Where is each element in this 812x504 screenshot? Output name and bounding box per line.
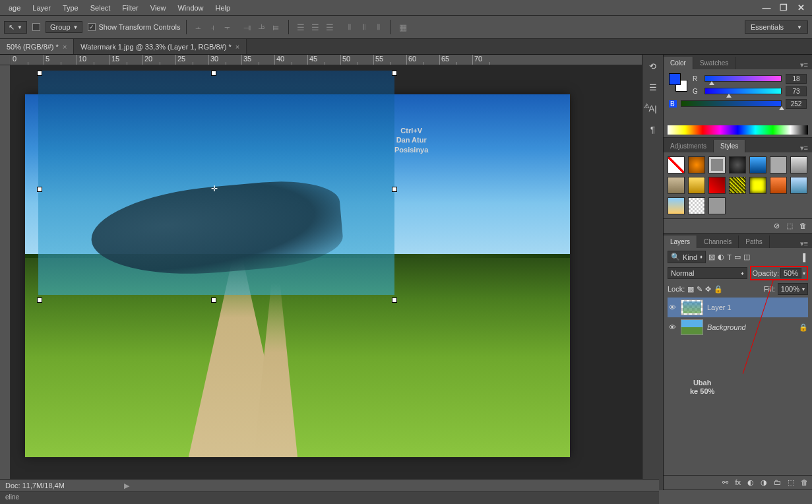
value-b[interactable]: 252	[786, 99, 807, 109]
align-bottom-icon[interactable]: ⫟	[221, 20, 234, 34]
style-swatch[interactable]	[790, 156, 807, 173]
align-left-icon[interactable]: ⫣	[241, 20, 254, 34]
style-swatch[interactable]	[668, 177, 685, 194]
style-swatch[interactable]	[688, 197, 705, 214]
distribute-hcenter-icon[interactable]: ⦀	[358, 20, 371, 34]
fill-value[interactable]: 100%▾	[778, 283, 808, 295]
document-tab[interactable]: 50% (RGB/8#) *×	[0, 39, 74, 54]
style-swatch[interactable]	[688, 177, 705, 194]
canvas-area[interactable]: 0510152025303540455055606570 Ctrl+VDan A…	[0, 55, 642, 490]
menu-select[interactable]: Select	[84, 4, 117, 12]
opacity-value[interactable]: 50%	[780, 268, 801, 278]
align-hcenter-icon[interactable]: ⫡	[255, 20, 268, 34]
slider-r[interactable]	[704, 75, 782, 82]
close-button[interactable]: ✕	[792, 3, 809, 13]
transform-handle-mr[interactable]	[392, 187, 397, 192]
close-tab-icon[interactable]: ×	[63, 43, 67, 51]
filter-toggle-icon[interactable]: ▌	[803, 253, 808, 261]
group-icon[interactable]: 🗀	[774, 478, 781, 487]
style-swatch[interactable]	[749, 156, 766, 173]
chevron-down-icon[interactable]: ▾	[803, 270, 805, 276]
transform-handle-bl[interactable]	[37, 298, 42, 303]
auto-select-target[interactable]: Group▼	[46, 21, 83, 33]
timeline-tab[interactable]: eline	[0, 491, 659, 504]
distribute-vcenter-icon[interactable]: ☰	[309, 20, 322, 34]
align-top-icon[interactable]: ⫠	[192, 20, 205, 34]
value-g[interactable]: 73	[786, 86, 807, 96]
tab-paths[interactable]: Paths	[739, 236, 770, 248]
menu-help[interactable]: Help	[210, 4, 237, 12]
filter-pixel-icon[interactable]: ▧	[708, 253, 715, 261]
panel-menu-icon[interactable]: ▾≡	[796, 144, 812, 152]
tab-channels[interactable]: Channels	[697, 236, 739, 248]
tool-preset[interactable]: ↖▼	[4, 21, 27, 34]
transform-center-icon[interactable]: ✛	[211, 184, 218, 193]
adjustment-layer-icon[interactable]: ◑	[761, 478, 767, 487]
style-swatch[interactable]	[790, 177, 807, 194]
link-layers-icon[interactable]: ⚯	[722, 478, 728, 487]
layer-fx-icon[interactable]: fx	[735, 478, 741, 487]
layer-filter-kind[interactable]: 🔍 Kind ♦	[668, 251, 706, 263]
style-swatch[interactable]	[749, 177, 766, 194]
tab-color[interactable]: Color	[664, 57, 693, 69]
style-swatch[interactable]	[708, 197, 726, 214]
lock-pixels-icon[interactable]: ✎	[697, 285, 703, 294]
style-swatch[interactable]	[708, 177, 726, 194]
new-style-icon[interactable]: ⬚	[786, 222, 793, 230]
layer-item-layer1[interactable]: 👁 Layer 1	[668, 298, 808, 317]
new-layer-icon[interactable]: ⬚	[788, 478, 794, 487]
style-swatch[interactable]	[770, 156, 787, 173]
visibility-icon[interactable]: 👁	[668, 303, 677, 311]
maximize-button[interactable]: ❐	[775, 3, 792, 13]
tab-swatches[interactable]: Swatches	[693, 57, 735, 69]
align-vcenter-icon[interactable]: ⫞	[206, 20, 220, 34]
doc-size[interactable]: Doc: 11,7M/18,4M	[5, 482, 65, 489]
ruler-vertical[interactable]	[0, 65, 11, 490]
menu-type[interactable]: Type	[57, 4, 84, 12]
history-icon[interactable]: ⟲	[647, 60, 659, 72]
value-r[interactable]: 18	[786, 74, 807, 84]
panel-menu-icon[interactable]: ▾≡	[796, 239, 812, 248]
ruler-horizontal[interactable]: 0510152025303540455055606570	[11, 55, 642, 65]
auto-align-icon[interactable]: ▦	[396, 20, 410, 34]
distribute-bottom-icon[interactable]: ☰	[323, 20, 336, 34]
distribute-top-icon[interactable]: ☰	[294, 20, 307, 34]
style-swatch[interactable]	[668, 197, 685, 214]
filter-adjust-icon[interactable]: ◐	[718, 253, 724, 261]
layer-mask-icon[interactable]: ◐	[747, 478, 754, 487]
lock-transparency-icon[interactable]: ▩	[687, 285, 694, 294]
menu-image[interactable]: age	[3, 4, 26, 12]
transform-handle-bc[interactable]	[211, 298, 216, 303]
menu-layer[interactable]: Layer	[26, 4, 57, 12]
visibility-icon[interactable]: 👁	[668, 323, 677, 331]
delete-style-icon[interactable]: 🗑	[799, 222, 807, 230]
minimize-button[interactable]: —	[758, 3, 775, 13]
foreground-background-swatch[interactable]	[669, 73, 687, 92]
style-swatch[interactable]	[708, 156, 726, 173]
slider-g[interactable]	[704, 88, 782, 94]
style-swatch[interactable]	[688, 156, 705, 173]
align-right-icon[interactable]: ⫢	[270, 20, 283, 34]
layer-thumbnail[interactable]	[681, 319, 703, 335]
filter-shape-icon[interactable]: ▭	[734, 253, 741, 261]
layer-item-background[interactable]: 👁 Background 🔒	[668, 317, 808, 337]
menu-filter[interactable]: Filter	[116, 4, 144, 12]
style-swatch[interactable]	[729, 156, 746, 173]
workspace-selector[interactable]: Essentials▼	[745, 20, 808, 34]
transform-handle-tr[interactable]	[392, 71, 397, 76]
layer-thumbnail[interactable]	[681, 299, 703, 315]
menu-view[interactable]: View	[144, 4, 172, 12]
ruler-origin[interactable]	[0, 55, 11, 65]
opacity-control[interactable]: Opacity: 50% ▾	[750, 266, 808, 280]
properties-icon[interactable]: ☰	[647, 81, 659, 93]
transform-handle-br[interactable]	[392, 298, 397, 303]
filter-type-icon[interactable]: T	[727, 253, 732, 261]
layer-name[interactable]: Background	[707, 323, 746, 331]
tab-styles[interactable]: Styles	[714, 140, 745, 152]
tab-adjustments[interactable]: Adjustments	[664, 140, 714, 152]
canvas[interactable]: Ctrl+VDan AturPosisinya	[25, 94, 570, 457]
color-spectrum[interactable]	[668, 125, 808, 135]
filter-smart-icon[interactable]: ◫	[743, 253, 750, 261]
style-swatch[interactable]	[668, 156, 685, 173]
style-swatch[interactable]	[770, 177, 787, 194]
